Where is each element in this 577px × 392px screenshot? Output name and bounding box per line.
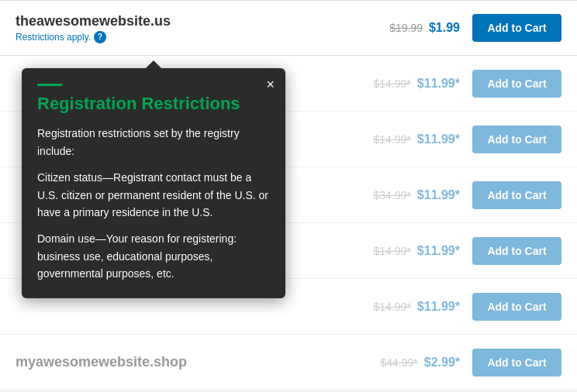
add-to-cart-button[interactable]: Add to Cart [472, 14, 561, 42]
domain-row: myawesomewebsite.shop $44.99* $2.99* Add… [0, 335, 577, 390]
add-to-cart-button[interactable]: Add to Cart [472, 349, 561, 377]
original-price: $19.99 [389, 22, 423, 34]
sale-price: $2.99* [424, 356, 460, 370]
popup-close-button[interactable]: × [266, 77, 275, 91]
popup-section1: Citizen status—Registrant contact must b… [37, 169, 270, 221]
help-icon[interactable]: ? [94, 31, 106, 43]
domain-name-section: myawesomewebsite.shop [16, 354, 380, 370]
domain-name-section: theawesomewebsite.us Restrictions apply.… [16, 13, 389, 43]
popup-section2: Domain use—Your reason for registering: … [37, 230, 270, 282]
domain-name: myawesomewebsite.shop [16, 354, 380, 370]
price-section: $19.99 $1.99 [389, 21, 460, 35]
original-price: $34.99* [374, 189, 411, 201]
restrictions-text: Restrictions apply. [16, 32, 91, 43]
popup-intro: Registration restrictions set by the reg… [37, 125, 270, 160]
restrictions-popup: × Registration Restrictions Registration… [22, 68, 285, 298]
sale-price: $11.99* [417, 300, 460, 314]
original-price: $14.99* [374, 245, 411, 257]
domain-name: theawesomewebsite.us [16, 13, 389, 29]
sale-price: $11.99* [417, 244, 460, 258]
sale-price: $11.99* [417, 77, 460, 91]
popup-body: Registration restrictions set by the reg… [37, 125, 270, 282]
sale-price: $11.99* [417, 132, 460, 146]
add-to-cart-button[interactable]: Add to Cart [472, 237, 561, 265]
sale-price: $1.99 [429, 21, 460, 35]
add-to-cart-button[interactable]: Add to Cart [472, 70, 561, 98]
add-to-cart-button[interactable]: Add to Cart [472, 181, 561, 209]
add-to-cart-button[interactable]: Add to Cart [472, 126, 561, 153]
price-section: $14.99* $11.99* [374, 132, 460, 146]
original-price: $14.99* [374, 77, 411, 90]
price-section: $14.99* $11.99* [374, 77, 460, 91]
original-price: $14.99* [374, 133, 411, 146]
restrictions-link[interactable]: Restrictions apply. ? [16, 31, 389, 43]
price-section: $44.99* $2.99* [380, 356, 460, 370]
popup-title: Registration Restrictions [37, 94, 270, 114]
popup-accent-line [37, 84, 62, 86]
original-price: $14.99* [374, 301, 411, 313]
sale-price: $11.99* [417, 188, 460, 202]
original-price: $44.99* [380, 356, 417, 369]
add-to-cart-button[interactable]: Add to Cart [472, 293, 561, 321]
price-section: $14.99* $11.99* [374, 300, 460, 314]
domain-row: theawesomewebsite.us Restrictions apply.… [0, 0, 577, 56]
price-section: $34.99* $11.99* [374, 188, 460, 202]
price-section: $14.99* $11.99* [374, 244, 460, 258]
popup-arrow [146, 60, 161, 68]
